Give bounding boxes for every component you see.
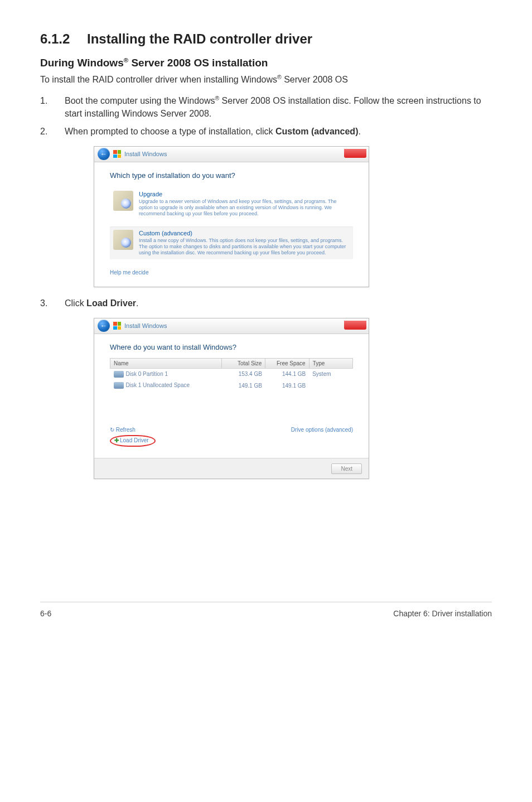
section-heading: 6.1.2Installing the RAID controller driv… bbox=[40, 31, 492, 47]
disk-type bbox=[309, 380, 352, 391]
next-button[interactable]: Next bbox=[331, 463, 362, 474]
step3-suffix: . bbox=[136, 298, 138, 308]
load-driver-icon: ✚ bbox=[114, 437, 119, 443]
col-free[interactable]: Free Space bbox=[265, 358, 309, 368]
close-icon[interactable] bbox=[344, 149, 366, 158]
step-3: 3. Click Load Driver. bbox=[40, 297, 492, 310]
back-button-icon[interactable]: ← bbox=[98, 148, 110, 160]
disk-name: Disk 0 Partition 1 bbox=[126, 371, 168, 377]
upgrade-option-icon bbox=[113, 191, 133, 211]
dialog-title: Install Windows bbox=[124, 151, 167, 157]
intro-paragraph: To install the RAID controller driver wh… bbox=[40, 74, 492, 86]
step-number: 2. bbox=[40, 125, 65, 138]
custom-option-title: Custom (advanced) bbox=[139, 230, 350, 236]
windows-logo-icon bbox=[113, 322, 121, 330]
disk-icon bbox=[114, 371, 124, 378]
upgrade-option-desc: Upgrade to a newer version of Windows an… bbox=[139, 199, 350, 218]
registered-mark-icon: ® bbox=[215, 95, 219, 102]
refresh-link[interactable]: ↻ Refresh bbox=[110, 427, 136, 433]
intro-prefix: To install the RAID controller driver wh… bbox=[40, 75, 277, 85]
dialog-titlebar: ← Install Windows bbox=[94, 318, 369, 334]
col-total[interactable]: Total Size bbox=[222, 358, 265, 368]
disk-table: Name Total Size Free Space Type Disk 0 P… bbox=[110, 358, 353, 423]
disk-free: 149.1 GB bbox=[265, 380, 309, 391]
disk-total: 153.4 GB bbox=[222, 368, 265, 380]
disk-type: System bbox=[309, 368, 352, 380]
custom-option-icon bbox=[113, 230, 133, 250]
disk-total: 149.1 GB bbox=[222, 380, 265, 391]
table-header-row: Name Total Size Free Space Type bbox=[110, 358, 353, 368]
dialog-titlebar: ← Install Windows bbox=[94, 147, 369, 162]
dialog-footer: Next bbox=[94, 458, 369, 479]
refresh-label: Refresh bbox=[116, 427, 136, 433]
close-icon[interactable] bbox=[344, 321, 366, 330]
dialog-title: Install Windows bbox=[124, 322, 167, 329]
back-button-icon[interactable]: ← bbox=[98, 320, 110, 332]
load-driver-label: Load Driver bbox=[120, 437, 149, 443]
chapter-label: Chapter 6: Driver installation bbox=[393, 609, 492, 618]
step-2: 2. When prompted to choose a type of ins… bbox=[40, 125, 492, 138]
step2-prefix: When prompted to choose a type of instal… bbox=[65, 127, 275, 136]
load-driver-link[interactable]: ✚Load Driver bbox=[110, 435, 156, 447]
disk-name: Disk 1 Unallocated Space bbox=[126, 382, 190, 388]
custom-option[interactable]: Custom (advanced) Install a new copy of … bbox=[110, 226, 353, 260]
drive-options-link[interactable]: Drive options (advanced) bbox=[291, 427, 353, 447]
step3-bold: Load Driver bbox=[86, 298, 136, 308]
help-me-decide-link[interactable]: Help me decide bbox=[110, 269, 353, 276]
windows-logo-icon bbox=[113, 150, 121, 158]
subsection-suffix: Server 2008 OS installation bbox=[128, 57, 268, 69]
install-type-dialog: ← Install Windows Which type of installa… bbox=[94, 146, 369, 288]
step-body: Boot the computer using the Windows® Ser… bbox=[65, 95, 492, 120]
step-1: 1. Boot the computer using the Windows® … bbox=[40, 95, 492, 120]
upgrade-option-title: Upgrade bbox=[139, 191, 350, 197]
custom-option-desc: Install a new copy of Windows. This opti… bbox=[139, 238, 350, 257]
step-body: Click Load Driver. bbox=[65, 297, 492, 310]
step-number: 1. bbox=[40, 95, 65, 120]
table-spacer bbox=[110, 391, 353, 422]
col-type[interactable]: Type bbox=[309, 358, 352, 368]
registered-mark-icon: ® bbox=[277, 74, 282, 80]
disk-free: 144.1 GB bbox=[265, 368, 309, 380]
col-name[interactable]: Name bbox=[110, 358, 222, 368]
step3-prefix: Click bbox=[65, 298, 86, 308]
subsection-prefix: During Windows bbox=[40, 57, 124, 69]
section-number: 6.1.2 bbox=[40, 31, 87, 47]
disk-icon bbox=[114, 382, 124, 389]
step2-bold: Custom (advanced) bbox=[275, 127, 358, 136]
table-row[interactable]: Disk 0 Partition 1 153.4 GB 144.1 GB Sys… bbox=[110, 368, 353, 380]
section-title: Installing the RAID controller driver bbox=[87, 31, 312, 46]
step2-suffix: . bbox=[358, 127, 360, 136]
subsection-heading: During Windows® Server 2008 OS installat… bbox=[40, 57, 492, 69]
step-number: 3. bbox=[40, 297, 65, 310]
step-body: When prompted to choose a type of instal… bbox=[65, 125, 492, 138]
table-row[interactable]: Disk 1 Unallocated Space 149.1 GB 149.1 … bbox=[110, 380, 353, 391]
install-location-dialog: ← Install Windows Where do you want to i… bbox=[94, 318, 369, 480]
step1-prefix: Boot the computer using the Windows bbox=[65, 96, 215, 106]
page-footer: 6-6 Chapter 6: Driver installation bbox=[40, 602, 492, 618]
dialog2-heading: Where do you want to install Windows? bbox=[110, 343, 353, 351]
intro-suffix: Server 2008 OS bbox=[282, 75, 348, 85]
dialog1-heading: Which type of installation do you want? bbox=[110, 171, 353, 180]
page-number: 6-6 bbox=[40, 609, 51, 618]
registered-mark-icon: ® bbox=[124, 57, 128, 64]
upgrade-option[interactable]: Upgrade Upgrade to a newer version of Wi… bbox=[110, 187, 353, 221]
